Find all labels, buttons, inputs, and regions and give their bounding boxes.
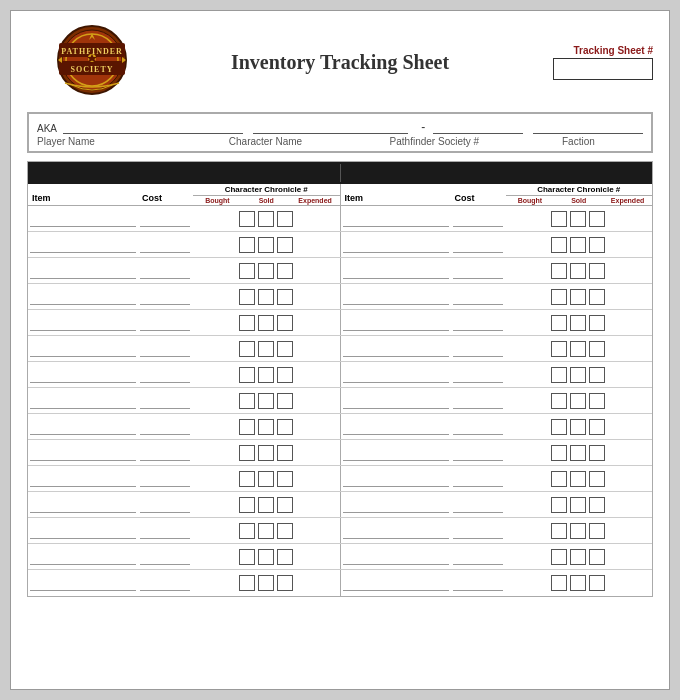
left-expended-checkbox[interactable] xyxy=(277,211,293,227)
right-item-cell[interactable] xyxy=(343,549,449,565)
right-expended-checkbox[interactable] xyxy=(589,575,605,591)
player-name-input[interactable] xyxy=(63,120,243,134)
left-sold-checkbox[interactable] xyxy=(258,575,274,591)
right-sold-checkbox[interactable] xyxy=(570,549,586,565)
left-item-cell[interactable] xyxy=(30,289,136,305)
left-expended-checkbox[interactable] xyxy=(277,315,293,331)
right-bought-checkbox[interactable] xyxy=(551,341,567,357)
left-expended-checkbox[interactable] xyxy=(277,263,293,279)
left-bought-checkbox[interactable] xyxy=(239,523,255,539)
right-sold-checkbox[interactable] xyxy=(570,471,586,487)
left-item-cell[interactable] xyxy=(30,263,136,279)
left-cost-cell[interactable] xyxy=(140,549,190,565)
left-bought-checkbox[interactable] xyxy=(239,497,255,513)
left-item-cell[interactable] xyxy=(30,497,136,513)
right-cost-cell[interactable] xyxy=(453,263,503,279)
left-bought-checkbox[interactable] xyxy=(239,289,255,305)
left-expended-checkbox[interactable] xyxy=(277,341,293,357)
right-bought-checkbox[interactable] xyxy=(551,367,567,383)
left-expended-checkbox[interactable] xyxy=(277,471,293,487)
right-bought-checkbox[interactable] xyxy=(551,445,567,461)
left-cost-cell[interactable] xyxy=(140,471,190,487)
left-cost-cell[interactable] xyxy=(140,237,190,253)
left-expended-checkbox[interactable] xyxy=(277,497,293,513)
left-sold-checkbox[interactable] xyxy=(258,471,274,487)
right-sold-checkbox[interactable] xyxy=(570,341,586,357)
right-bought-checkbox[interactable] xyxy=(551,263,567,279)
right-sold-checkbox[interactable] xyxy=(570,523,586,539)
right-bought-checkbox[interactable] xyxy=(551,497,567,513)
left-cost-cell[interactable] xyxy=(140,211,190,227)
right-cost-cell[interactable] xyxy=(453,237,503,253)
left-item-cell[interactable] xyxy=(30,367,136,383)
right-expended-checkbox[interactable] xyxy=(589,471,605,487)
left-sold-checkbox[interactable] xyxy=(258,263,274,279)
right-expended-checkbox[interactable] xyxy=(589,289,605,305)
right-item-cell[interactable] xyxy=(343,315,449,331)
left-expended-checkbox[interactable] xyxy=(277,549,293,565)
right-sold-checkbox[interactable] xyxy=(570,289,586,305)
left-sold-checkbox[interactable] xyxy=(258,393,274,409)
left-item-cell[interactable] xyxy=(30,393,136,409)
right-cost-cell[interactable] xyxy=(453,549,503,565)
left-cost-cell[interactable] xyxy=(140,419,190,435)
left-cost-cell[interactable] xyxy=(140,315,190,331)
left-bought-checkbox[interactable] xyxy=(239,237,255,253)
right-bought-checkbox[interactable] xyxy=(551,575,567,591)
right-expended-checkbox[interactable] xyxy=(589,549,605,565)
left-cost-cell[interactable] xyxy=(140,445,190,461)
left-cost-cell[interactable] xyxy=(140,367,190,383)
left-bought-checkbox[interactable] xyxy=(239,549,255,565)
right-cost-cell[interactable] xyxy=(453,523,503,539)
left-bought-checkbox[interactable] xyxy=(239,263,255,279)
left-item-cell[interactable] xyxy=(30,471,136,487)
left-sold-checkbox[interactable] xyxy=(258,237,274,253)
left-expended-checkbox[interactable] xyxy=(277,289,293,305)
right-item-cell[interactable] xyxy=(343,393,449,409)
right-bought-checkbox[interactable] xyxy=(551,549,567,565)
left-sold-checkbox[interactable] xyxy=(258,289,274,305)
right-bought-checkbox[interactable] xyxy=(551,211,567,227)
tracking-number-box[interactable] xyxy=(553,58,653,80)
right-item-cell[interactable] xyxy=(343,367,449,383)
right-bought-checkbox[interactable] xyxy=(551,393,567,409)
right-item-cell[interactable] xyxy=(343,575,449,591)
right-sold-checkbox[interactable] xyxy=(570,445,586,461)
right-expended-checkbox[interactable] xyxy=(589,263,605,279)
right-item-cell[interactable] xyxy=(343,445,449,461)
right-cost-cell[interactable] xyxy=(453,315,503,331)
right-item-cell[interactable] xyxy=(343,263,449,279)
left-cost-cell[interactable] xyxy=(140,263,190,279)
right-cost-cell[interactable] xyxy=(453,367,503,383)
left-item-cell[interactable] xyxy=(30,575,136,591)
left-item-cell[interactable] xyxy=(30,523,136,539)
left-sold-checkbox[interactable] xyxy=(258,367,274,383)
right-cost-cell[interactable] xyxy=(453,445,503,461)
right-sold-checkbox[interactable] xyxy=(570,575,586,591)
left-item-cell[interactable] xyxy=(30,341,136,357)
right-sold-checkbox[interactable] xyxy=(570,263,586,279)
right-expended-checkbox[interactable] xyxy=(589,523,605,539)
right-item-cell[interactable] xyxy=(343,419,449,435)
right-sold-checkbox[interactable] xyxy=(570,367,586,383)
right-bought-checkbox[interactable] xyxy=(551,289,567,305)
left-item-cell[interactable] xyxy=(30,211,136,227)
character-name-input[interactable] xyxy=(253,120,408,134)
left-item-cell[interactable] xyxy=(30,237,136,253)
faction-input[interactable] xyxy=(533,120,643,134)
right-sold-checkbox[interactable] xyxy=(570,497,586,513)
left-item-cell[interactable] xyxy=(30,315,136,331)
right-cost-cell[interactable] xyxy=(453,497,503,513)
right-expended-checkbox[interactable] xyxy=(589,497,605,513)
right-expended-checkbox[interactable] xyxy=(589,419,605,435)
right-expended-checkbox[interactable] xyxy=(589,367,605,383)
right-cost-cell[interactable] xyxy=(453,471,503,487)
left-sold-checkbox[interactable] xyxy=(258,341,274,357)
left-bought-checkbox[interactable] xyxy=(239,211,255,227)
left-expended-checkbox[interactable] xyxy=(277,575,293,591)
left-expended-checkbox[interactable] xyxy=(277,393,293,409)
left-sold-checkbox[interactable] xyxy=(258,549,274,565)
left-sold-checkbox[interactable] xyxy=(258,523,274,539)
left-cost-cell[interactable] xyxy=(140,393,190,409)
left-item-cell[interactable] xyxy=(30,549,136,565)
